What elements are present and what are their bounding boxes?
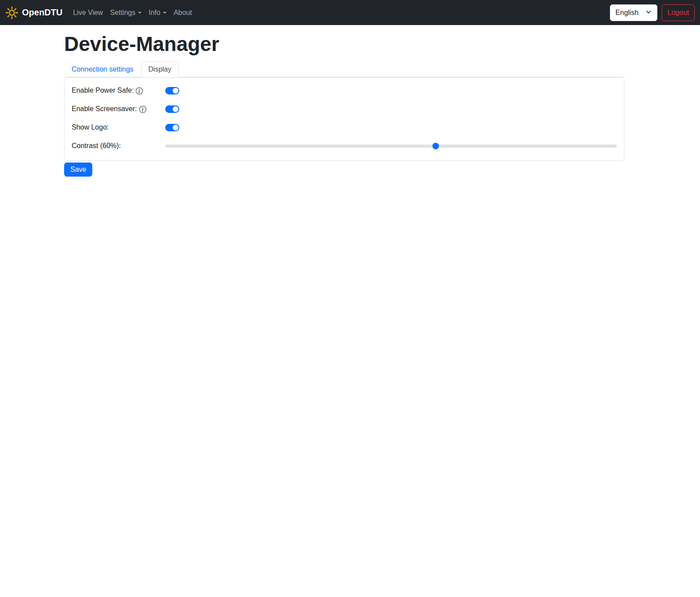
caret-down-icon	[138, 12, 141, 14]
enable-screensaver-switch[interactable]	[165, 105, 179, 113]
info-circle-icon[interactable]	[139, 106, 146, 113]
row-control	[165, 105, 617, 113]
contrast-label: Contrast (60%):	[72, 142, 121, 150]
show-logo-switch[interactable]	[165, 124, 179, 131]
show-logo-label: Show Logo:	[72, 123, 109, 131]
display-settings-card: Enable Power Safe: Enable Screensaver:	[64, 77, 624, 161]
row-label: Enable Power Safe:	[72, 87, 165, 94]
nav-item-label: About	[174, 9, 192, 17]
nav-item-label: Settings	[110, 9, 135, 17]
contrast-slider[interactable]	[165, 142, 617, 149]
nav-item-label: Info	[149, 9, 160, 17]
tab-bar: Connection settings Display	[64, 62, 624, 77]
form-row-show-logo: Show Logo:	[72, 122, 617, 133]
brand[interactable]: OpenDTU	[5, 6, 62, 19]
caret-down-icon	[163, 12, 167, 14]
row-label: Contrast (60%):	[72, 142, 165, 150]
nav-item-about[interactable]: About	[170, 5, 196, 20]
nav-links: Live View Settings Info About	[69, 5, 196, 20]
row-control	[165, 124, 617, 131]
row-label: Enable Screensaver:	[72, 105, 165, 113]
nav-item-label: Live View	[73, 9, 103, 17]
sun-icon	[5, 6, 18, 19]
nav-item-settings[interactable]: Settings	[106, 5, 145, 20]
brand-label: OpenDTU	[22, 7, 62, 18]
enable-power-safe-switch[interactable]	[165, 87, 179, 94]
main-content: Device-Manager Connection settings Displ…	[64, 32, 624, 177]
info-circle-icon[interactable]	[136, 87, 143, 94]
tab-connection-settings[interactable]: Connection settings	[64, 62, 141, 77]
navbar: OpenDTU Live View Settings Info About En…	[0, 0, 700, 25]
enable-screensaver-label: Enable Screensaver:	[72, 105, 137, 113]
row-label: Show Logo:	[72, 123, 165, 131]
navbar-right: English Logout	[610, 4, 695, 21]
row-control	[165, 87, 617, 94]
nav-item-info[interactable]: Info	[145, 5, 170, 20]
page-title: Device-Manager	[64, 32, 624, 56]
form-row-enable-power-safe: Enable Power Safe:	[72, 85, 617, 96]
form-row-enable-screensaver: Enable Screensaver:	[72, 103, 617, 115]
tab-display[interactable]: Display	[141, 62, 179, 77]
form-row-contrast: Contrast (60%):	[72, 140, 617, 152]
enable-power-safe-label: Enable Power Safe:	[72, 87, 134, 94]
logout-button[interactable]: Logout	[662, 4, 695, 21]
nav-item-live-view[interactable]: Live View	[69, 5, 106, 20]
chevron-down-icon	[646, 9, 652, 17]
save-button[interactable]: Save	[64, 163, 92, 177]
language-selected: English	[616, 9, 638, 17]
row-control	[165, 142, 617, 149]
language-select[interactable]: English	[610, 4, 657, 21]
